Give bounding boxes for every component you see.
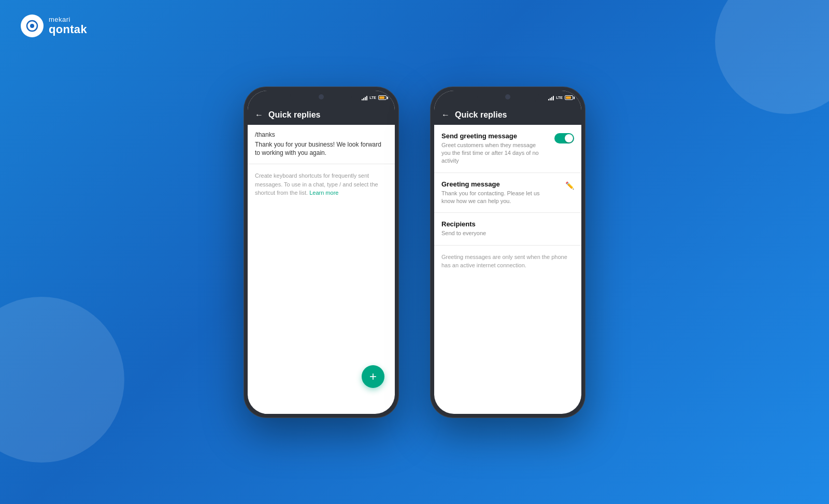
shortcut-text: /thanks	[255, 131, 388, 138]
greeting-message-label: Greeting message	[441, 180, 545, 188]
add-quick-reply-fab[interactable]: +	[362, 365, 384, 388]
send-greeting-row: Send greeting message Greet customers wh…	[441, 132, 574, 165]
battery-icon	[378, 95, 387, 100]
send-greeting-text-group: Send greeting message Greet customers wh…	[441, 132, 545, 165]
phone-1-back-button[interactable]: ←	[255, 110, 263, 120]
phone-2-inner: LTE ← Quick replies Send greeting messag…	[434, 91, 581, 414]
signal-bars-2	[548, 95, 554, 100]
send-greeting-description: Greet customers when they message you th…	[441, 141, 545, 165]
learn-more-link[interactable]: Learn more	[309, 190, 338, 196]
recipients-label: Recipients	[441, 220, 574, 228]
greeting-message-row: Greeting message Thank you for contactin…	[441, 180, 574, 206]
phone-1-status-icons: LTE	[362, 95, 387, 100]
lte-label-2: LTE	[556, 96, 563, 99]
greeting-message-section: Greeting message Thank you for contactin…	[434, 173, 581, 213]
phone-1: LTE ← Quick replies /thanks Thank you fo…	[244, 87, 399, 418]
qontak-label: qontak	[49, 23, 87, 36]
note-text: Greeting messages are only sent when the…	[441, 253, 574, 270]
send-greeting-label: Send greeting message	[441, 132, 545, 140]
phone-1-status-bar: LTE	[248, 91, 395, 105]
battery-fill-2	[566, 96, 571, 99]
greeting-message-text-group: Greeting message Thank you for contactin…	[441, 180, 545, 206]
logo: mekari qontak	[21, 15, 87, 37]
bg-circle-right	[715, 0, 829, 114]
phone-2-header-title: Quick replies	[455, 110, 507, 120]
svg-point-1	[30, 24, 34, 28]
reply-message-text: Thank you for your business! We look for…	[255, 140, 388, 158]
mekari-label: mekari	[49, 16, 87, 23]
hint-text: Create keyboard shortcuts for frequently…	[255, 171, 388, 197]
greeting-message-text: Thank you for contacting. Please let us …	[441, 190, 545, 206]
phone-1-inner: LTE ← Quick replies /thanks Thank you fo…	[248, 91, 395, 414]
phone-2-status-bar: LTE	[434, 91, 581, 105]
phone-1-notch	[290, 91, 352, 103]
signal-bars	[362, 95, 367, 100]
recipients-section[interactable]: Recipients Send to everyone	[434, 213, 581, 245]
note-section: Greeting messages are only sent when the…	[434, 246, 581, 277]
hint-section: Create keyboard shortcuts for frequently…	[248, 164, 395, 205]
phone-2-app-header: ← Quick replies	[434, 105, 581, 125]
edit-greeting-button[interactable]: ✏️	[565, 181, 574, 190]
bg-circle-left	[0, 297, 124, 463]
logo-text: mekari qontak	[49, 16, 87, 36]
battery-fill	[379, 96, 384, 99]
send-greeting-toggle[interactable]	[554, 133, 574, 143]
phone-1-camera	[319, 94, 324, 99]
send-greeting-section: Send greeting message Greet customers wh…	[434, 125, 581, 173]
phone-2-status-icons: LTE	[548, 95, 573, 100]
phone-2-camera	[505, 94, 510, 99]
recipients-value: Send to everyone	[441, 229, 545, 237]
phone-2: LTE ← Quick replies Send greeting messag…	[430, 87, 585, 418]
phone-2-notch	[477, 91, 539, 103]
battery-icon-2	[565, 95, 573, 100]
logo-icon	[21, 15, 44, 37]
phone-2-back-button[interactable]: ←	[441, 110, 450, 120]
toggle-knob	[565, 134, 573, 142]
phone-1-app-header: ← Quick replies	[248, 105, 395, 125]
quick-reply-item[interactable]: /thanks Thank you for your business! We …	[248, 125, 395, 165]
phone-1-header-title: Quick replies	[268, 110, 321, 120]
phones-container: LTE ← Quick replies /thanks Thank you fo…	[244, 87, 585, 418]
lte-label: LTE	[369, 96, 376, 99]
